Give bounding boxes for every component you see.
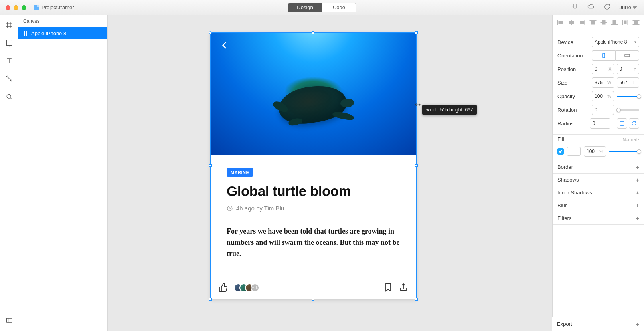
size-w-input[interactable]: 375W: [592, 77, 614, 88]
radius-label: Radius: [557, 121, 587, 127]
frame-tool[interactable]: [5, 21, 13, 30]
category-tag[interactable]: MARINE: [227, 168, 253, 177]
close-window-button[interactable]: [6, 5, 10, 10]
svg-rect-8: [559, 21, 563, 24]
path-tool[interactable]: [5, 75, 13, 84]
zoom-window-button[interactable]: [22, 5, 26, 10]
window-controls: [0, 5, 26, 10]
canvas[interactable]: MARINE Global turtle bloom 4h ago by Tim…: [108, 15, 552, 331]
layer-row[interactable]: Apple iPhone 8: [18, 27, 107, 39]
opacity-input[interactable]: 100%: [592, 91, 614, 101]
opacity-slider[interactable]: [617, 96, 639, 97]
layers-header: Canvas: [18, 15, 107, 27]
section-blur[interactable]: Blur+: [553, 199, 644, 212]
svg-rect-21: [624, 21, 626, 24]
size-h-input[interactable]: 667H: [617, 77, 640, 88]
tool-sidebar: [0, 15, 18, 331]
svg-rect-27: [620, 121, 624, 125]
orientation-landscape[interactable]: [615, 50, 639, 61]
align-h-center-icon[interactable]: [567, 19, 575, 27]
fill-opacity-input[interactable]: 100%: [584, 146, 606, 157]
section-shadows[interactable]: Shadows+: [553, 174, 644, 186]
blend-mode-select[interactable]: Normal▾: [623, 137, 639, 142]
svg-rect-14: [591, 21, 595, 24]
rotation-slider[interactable]: [617, 109, 639, 111]
position-label: Position: [557, 66, 589, 72]
frame-icon: [23, 31, 28, 36]
svg-rect-16: [602, 20, 605, 24]
document-title: Project.framer: [34, 4, 74, 10]
article-headline: Global turtle bloom: [227, 183, 400, 199]
plus-icon: +: [636, 189, 639, 196]
article-byline: 4h ago by Tim Blu: [227, 205, 400, 212]
device-value: Apple iPhone 8: [595, 39, 627, 45]
article-toolbar: +1k: [211, 277, 416, 299]
distribute-h-icon[interactable]: [621, 19, 629, 27]
align-bottom-icon[interactable]: [610, 19, 618, 27]
mode-switcher: Design Code: [288, 3, 356, 12]
tab-design[interactable]: Design: [288, 3, 322, 12]
position-y-input[interactable]: 0Y: [617, 64, 640, 74]
user-name: Jurre: [619, 4, 631, 10]
alignment-controls: [553, 15, 644, 31]
radius-all-icon[interactable]: [617, 118, 627, 129]
svg-rect-17: [611, 24, 618, 25]
plus-icon: +: [636, 202, 639, 209]
svg-rect-0: [574, 4, 576, 8]
chat-icon[interactable]: [603, 3, 610, 12]
bookmark-icon[interactable]: [383, 283, 393, 293]
byline-text: 4h ago by Tim Blu: [236, 205, 284, 212]
text-tool[interactable]: [5, 57, 13, 66]
radius-input[interactable]: 0: [590, 118, 610, 129]
orientation-portrait[interactable]: [592, 50, 615, 61]
article-content: MARINE Global turtle bloom 4h ago by Tim…: [211, 155, 416, 260]
align-v-center-icon[interactable]: [600, 19, 608, 27]
search-tool[interactable]: [5, 93, 13, 102]
plus-icon: +: [636, 176, 639, 183]
svg-rect-20: [628, 20, 628, 25]
shape-tool[interactable]: [5, 39, 13, 48]
distribute-v-icon[interactable]: [632, 19, 640, 27]
svg-rect-1: [6, 40, 12, 45]
like-icon[interactable]: [219, 283, 228, 293]
radius-individual-icon[interactable]: [629, 118, 639, 129]
fill-enabled-checkbox[interactable]: [557, 148, 564, 155]
rotation-label: Rotation: [557, 107, 589, 113]
section-border[interactable]: Border+: [553, 161, 644, 174]
align-left-icon[interactable]: [557, 19, 565, 27]
align-right-icon[interactable]: [578, 19, 586, 27]
svg-point-3: [10, 80, 12, 81]
svg-rect-13: [590, 20, 596, 21]
artboard[interactable]: MARINE Global turtle bloom 4h ago by Tim…: [211, 33, 416, 299]
reader-avatars[interactable]: +1k: [234, 283, 259, 292]
device-preview-icon[interactable]: [571, 3, 579, 12]
fill-label: Fill: [557, 136, 564, 142]
user-menu[interactable]: Jurre: [619, 4, 637, 10]
section-inner-shadows[interactable]: Inner Shadows+: [553, 186, 644, 199]
rotation-input[interactable]: 0: [592, 105, 614, 115]
section-filters[interactable]: Filters+: [553, 212, 644, 225]
plus-icon: +: [636, 164, 639, 170]
plus-icon: +: [636, 321, 639, 327]
share-icon[interactable]: [399, 283, 408, 293]
svg-rect-22: [633, 20, 639, 21]
minimize-window-button[interactable]: [14, 5, 18, 10]
fill-opacity-slider[interactable]: [609, 151, 639, 152]
fill-swatch[interactable]: [567, 147, 581, 156]
svg-rect-23: [633, 24, 639, 25]
device-select[interactable]: Apple iPhone 8 ▾: [592, 37, 639, 47]
svg-rect-5: [6, 318, 12, 322]
cloud-icon[interactable]: [587, 3, 595, 12]
back-button[interactable]: [219, 40, 230, 52]
document-icon: [34, 5, 39, 10]
chevron-down-icon: ▾: [634, 40, 636, 44]
panel-toggle[interactable]: [5, 316, 13, 325]
align-top-icon[interactable]: [589, 19, 597, 27]
inspector-panel: Device Apple iPhone 8 ▾ Orientation: [552, 15, 644, 331]
svg-rect-11: [585, 20, 585, 25]
tab-code[interactable]: Code: [322, 3, 356, 12]
svg-rect-12: [580, 21, 584, 24]
svg-rect-26: [625, 54, 630, 57]
export-section[interactable]: Export +: [552, 317, 644, 331]
position-x-input[interactable]: 0X: [592, 64, 614, 74]
